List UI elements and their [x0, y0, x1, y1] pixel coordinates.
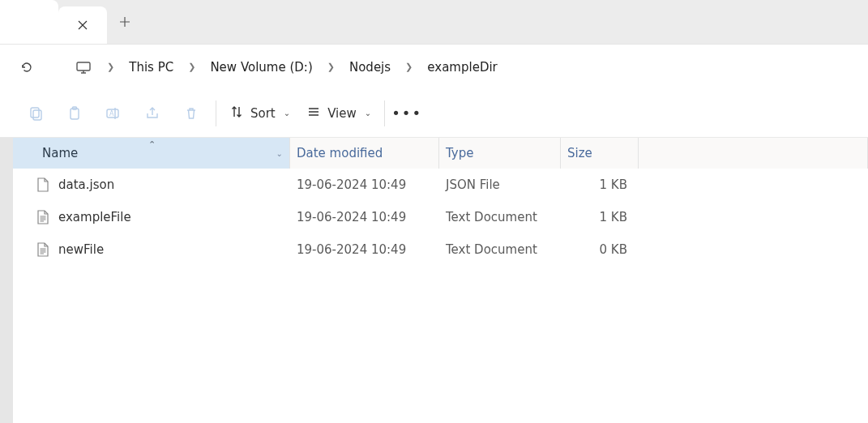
cell-date: 19-06-2024 10:49 [290, 242, 439, 257]
file-name: data.json [58, 177, 114, 192]
paste-icon[interactable] [55, 97, 94, 130]
header-size-label: Size [567, 146, 592, 160]
chevron-down-icon[interactable]: ⌄ [276, 149, 283, 158]
column-headers: ⌃ Name ⌄ Date modified Type Size [13, 138, 868, 169]
tab-spacer [0, 0, 58, 44]
active-tab[interactable] [58, 6, 107, 44]
view-button[interactable]: View ⌄ [298, 97, 379, 130]
sort-ascending-icon: ⌃ [148, 139, 156, 150]
chevron-right-icon[interactable]: ❯ [321, 62, 341, 72]
svg-rect-2 [33, 110, 41, 120]
breadcrumb-seg-1[interactable]: New Volume (D:) [205, 60, 317, 75]
chevron-down-icon: ⌄ [365, 109, 371, 118]
breadcrumb-seg-0[interactable]: This PC [124, 60, 178, 75]
breadcrumb-seg-3[interactable]: exampleDir [422, 60, 502, 75]
table-row[interactable]: newFile19-06-2024 10:49Text Document0 KB [13, 233, 868, 266]
header-type-label: Type [446, 146, 473, 160]
file-name: newFile [58, 242, 104, 257]
file-page-icon [36, 177, 50, 193]
rename-icon[interactable]: A [94, 97, 133, 130]
svg-text:A: A [109, 110, 114, 118]
nav-rail-scrollbar[interactable] [0, 138, 13, 423]
tabs-bar [0, 0, 868, 45]
chevron-right-icon[interactable]: ❯ [100, 62, 121, 72]
chevron-right-icon[interactable]: ❯ [399, 62, 419, 72]
close-icon[interactable] [72, 15, 93, 36]
address-bar: ❯ This PC ❯ New Volume (D:) ❯ Nodejs ❯ e… [0, 45, 868, 89]
header-date[interactable]: Date modified [290, 138, 439, 169]
cell-type: Text Document [439, 242, 561, 257]
cell-name: newFile [13, 241, 290, 258]
list-icon [306, 105, 321, 122]
table-row[interactable]: data.json19-06-2024 10:49JSON File1 KB [13, 169, 868, 201]
more-icon[interactable]: ••• [390, 97, 424, 130]
cell-date: 19-06-2024 10:49 [290, 210, 439, 224]
separator [216, 100, 216, 126]
cell-date: 19-06-2024 10:49 [290, 177, 439, 192]
trash-icon[interactable] [172, 97, 211, 130]
content: ⌃ Name ⌄ Date modified Type Size data.js… [0, 138, 868, 423]
view-label: View [327, 106, 357, 121]
cell-type: JSON File [439, 177, 561, 192]
new-tab-button[interactable] [107, 0, 143, 44]
chevron-right-icon[interactable]: ❯ [182, 62, 202, 72]
cell-size: 0 KB [561, 242, 639, 257]
svg-rect-0 [77, 62, 90, 70]
toolbar: A Sort ⌄ View ⌄ ••• [0, 89, 868, 138]
tabs-empty [143, 0, 868, 44]
table-row[interactable]: exampleFile19-06-2024 10:49Text Document… [13, 201, 868, 233]
header-name[interactable]: ⌃ Name ⌄ [13, 138, 290, 169]
sort-button[interactable]: Sort ⌄ [221, 97, 298, 130]
file-text-icon [36, 241, 50, 258]
header-type[interactable]: Type [439, 138, 561, 169]
header-rest [639, 138, 868, 169]
header-name-label: Name [42, 146, 78, 160]
file-list: ⌃ Name ⌄ Date modified Type Size data.js… [13, 138, 868, 423]
header-date-label: Date modified [297, 146, 383, 160]
chevron-down-icon: ⌄ [284, 109, 290, 118]
monitor-icon [75, 58, 92, 76]
file-text-icon [36, 209, 50, 225]
cell-size: 1 KB [561, 177, 639, 192]
copy-icon[interactable] [16, 97, 55, 130]
header-size[interactable]: Size [561, 138, 639, 169]
cell-name: data.json [13, 177, 290, 193]
breadcrumb-seg-2[interactable]: Nodejs [344, 60, 396, 75]
cell-name: exampleFile [13, 209, 290, 225]
sort-label: Sort [250, 106, 276, 121]
svg-rect-3 [71, 109, 79, 119]
sort-icon [229, 105, 244, 122]
file-rows: data.json19-06-2024 10:49JSON File1 KBex… [13, 169, 868, 266]
breadcrumb[interactable]: ❯ This PC ❯ New Volume (D:) ❯ Nodejs ❯ e… [65, 52, 853, 83]
file-name: exampleFile [58, 210, 131, 224]
separator [384, 100, 385, 126]
cell-type: Text Document [439, 210, 561, 224]
share-icon[interactable] [133, 97, 172, 130]
cell-size: 1 KB [561, 210, 639, 224]
svg-rect-1 [31, 108, 39, 118]
refresh-icon[interactable] [15, 55, 39, 79]
